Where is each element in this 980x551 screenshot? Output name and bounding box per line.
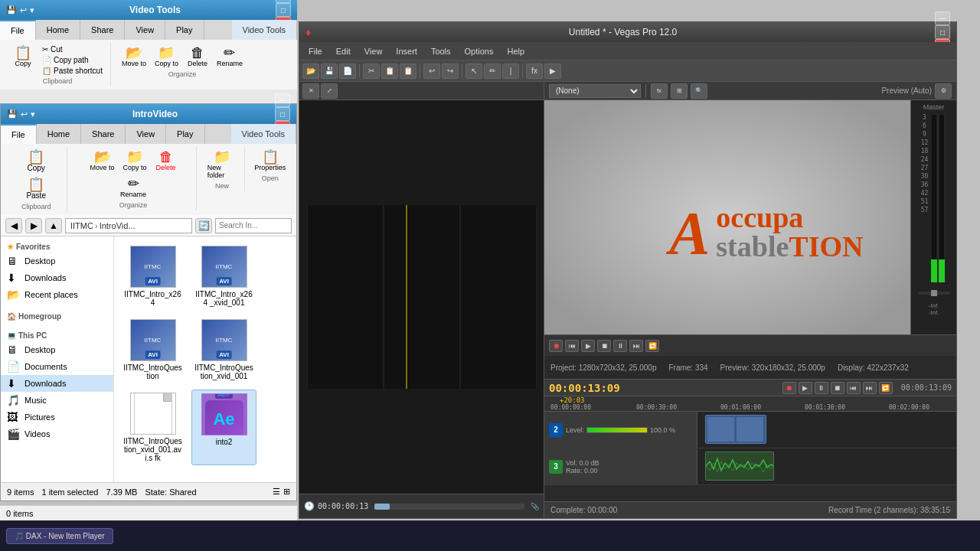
maximize-button-2[interactable]: □ — [275, 107, 290, 121]
tab-video-tools-2[interactable]: Video Tools — [231, 124, 296, 144]
menu-insert[interactable]: Insert — [390, 44, 423, 58]
tab-play-2[interactable]: Play — [166, 124, 204, 144]
sidebar-item-desktop-fav[interactable]: 🖥 Desktop — [1, 253, 113, 269]
vegas-minimize[interactable]: ─ — [935, 11, 950, 25]
move-to-btn-1[interactable]: 📂 Move to — [119, 44, 149, 69]
menu-file[interactable]: File — [302, 44, 328, 58]
tb-split[interactable]: | — [502, 64, 519, 79]
preview-settings-btn[interactable]: ⚙ — [935, 83, 952, 99]
expand-btn[interactable]: ⤢ — [321, 83, 338, 99]
sidebar-item-documents[interactable]: 📄 Documents — [1, 358, 113, 375]
address-path-2[interactable]: IITMC › IntroVid... — [65, 218, 192, 233]
tb-open[interactable]: 📂 — [302, 64, 319, 79]
close-preview-btn[interactable]: ✕ — [302, 83, 319, 99]
tab-home-2[interactable]: Home — [37, 124, 81, 144]
vegas-maximize[interactable]: □ — [935, 25, 950, 39]
tab-play-1[interactable]: Play — [165, 20, 204, 40]
search-input-2[interactable] — [215, 218, 292, 233]
paste-shortcut-btn-1[interactable]: 📋Paste shortcut — [39, 66, 106, 76]
tl-prev-btn[interactable]: ⏮ — [847, 382, 861, 394]
tl-next-btn[interactable]: ⏭ — [863, 382, 877, 394]
tb-redo[interactable]: ↪ — [442, 64, 459, 79]
file-item-1[interactable]: IITMC AVI IITMC_Intro_x264 — [120, 243, 185, 310]
properties-btn[interactable]: 📋 Properties — [251, 148, 289, 173]
tb-select[interactable]: ↖ — [466, 64, 482, 79]
copy-to-btn-1[interactable]: 📁 Copy to — [152, 44, 181, 69]
rename-btn-1[interactable]: ✏ Rename — [214, 44, 246, 69]
tab-file-2[interactable]: File — [1, 124, 37, 144]
preview-fx-btn[interactable]: fx — [651, 83, 668, 99]
menu-view[interactable]: View — [358, 44, 389, 58]
file-item-5[interactable]: IITMC_IntroQues tion_xvid_001.avi.s fk — [120, 390, 185, 465]
tb-render[interactable]: ▶ — [544, 64, 561, 79]
minimize-button-2[interactable]: ─ — [275, 93, 290, 107]
tab-home-1[interactable]: Home — [36, 20, 80, 40]
tb-undo[interactable]: ↩ — [423, 64, 440, 79]
loop-btn[interactable]: 🔁 — [645, 340, 659, 352]
tb-paste[interactable]: 📋 — [400, 64, 416, 79]
copy-path-btn-1[interactable]: 📄Copy path — [39, 55, 106, 65]
maximize-button[interactable]: □ — [276, 3, 291, 17]
menu-tools[interactable]: Tools — [425, 44, 457, 58]
tab-video-tools-1[interactable]: Video Tools — [232, 20, 297, 40]
refresh-btn[interactable]: 🔄 — [195, 218, 212, 233]
menu-options[interactable]: Options — [459, 44, 500, 58]
copy-button-1[interactable]: 📋 Copy — [9, 44, 37, 76]
timeline-scrub[interactable] — [374, 504, 524, 510]
view-list-icon[interactable]: ☰ — [273, 487, 280, 497]
stop-btn[interactable]: ⏹ — [597, 340, 611, 352]
tb-edit[interactable]: ✏ — [484, 64, 501, 79]
preview-snap-btn[interactable]: ⊞ — [671, 83, 688, 99]
copy-to-btn-2[interactable]: 📁Copy to — [120, 148, 150, 173]
delete-btn-2[interactable]: 🗑Delete — [152, 148, 180, 173]
sidebar-item-pictures[interactable]: 🖼 Pictures — [1, 409, 113, 425]
cut-btn-1[interactable]: ✂Cut — [39, 44, 106, 54]
prev-frame-btn[interactable]: ⏮ — [565, 340, 579, 352]
main-preview-canvas[interactable]: A occupa stable TION — [544, 100, 910, 334]
rename-btn-2[interactable]: ✏Rename — [117, 175, 149, 200]
sidebar-item-videos[interactable]: 🎬 Videos — [1, 425, 113, 442]
next-frame-btn[interactable]: ⏭ — [629, 340, 643, 352]
forward-btn-2[interactable]: ▶ — [25, 218, 42, 233]
video-clip-1[interactable] — [705, 415, 766, 444]
tl-play-btn[interactable]: ▶ — [799, 382, 812, 394]
file-item-2[interactable]: IITMC AVI IITMC_Intro_x264 _xvid_001 — [191, 243, 256, 310]
paste-button-2[interactable]: 📋 Paste — [22, 176, 50, 201]
file-item-6[interactable]: AEP Ae into2 — [191, 390, 256, 465]
file-item-3[interactable]: IITMC AVI IITMC_IntroQues tion — [120, 316, 185, 383]
pause-btn[interactable]: ⏸ — [613, 340, 627, 352]
tb-copy[interactable]: 📋 — [381, 64, 398, 79]
level-bar[interactable] — [586, 427, 648, 433]
audio-clip-1[interactable] — [705, 452, 774, 481]
tab-view-1[interactable]: View — [125, 20, 165, 40]
tl-stop-btn[interactable]: ⏹ — [831, 382, 844, 394]
view-grid-icon[interactable]: ⊞ — [283, 487, 290, 497]
tab-view-2[interactable]: View — [126, 124, 166, 144]
tab-share-2[interactable]: Share — [81, 124, 126, 144]
tl-record-btn[interactable]: ⏺ — [782, 382, 796, 394]
sidebar-item-downloads-fav[interactable]: ⬇ Downloads — [1, 269, 113, 286]
preview-select[interactable]: (None) — [549, 84, 641, 98]
taskbar-item-player[interactable]: 🎵 DAX - New Item Player — [6, 528, 113, 544]
tb-new[interactable]: 📄 — [339, 64, 356, 79]
move-btn-2[interactable]: 📂Move to — [87, 148, 118, 173]
file-item-4[interactable]: IITMC AVI IITMC_IntroQues tion_xvid_001 — [191, 316, 256, 383]
delete-btn-1[interactable]: 🗑 Delete — [184, 44, 211, 69]
tab-share-1[interactable]: Share — [80, 20, 125, 40]
tl-pause-btn[interactable]: ⏸ — [815, 382, 828, 394]
tb-cut[interactable]: ✂ — [363, 64, 380, 79]
tl-loop-btn[interactable]: 🔁 — [879, 382, 893, 394]
tb-fx[interactable]: fx — [526, 64, 543, 79]
tab-file-1[interactable]: File — [0, 20, 36, 40]
menu-help[interactable]: Help — [501, 44, 531, 58]
record-btn[interactable]: ⏺ — [549, 340, 563, 352]
sidebar-item-recent[interactable]: 📂 Recent places — [1, 286, 113, 303]
menu-edit[interactable]: Edit — [330, 44, 357, 58]
tb-save[interactable]: 💾 — [321, 64, 338, 79]
copy-button-2[interactable]: 📋 Copy — [22, 148, 50, 174]
up-btn-2[interactable]: ▲ — [45, 218, 62, 233]
sidebar-item-music[interactable]: 🎵 Music — [1, 392, 113, 409]
sidebar-item-desktop-pc[interactable]: 🖥 Desktop — [1, 341, 113, 358]
new-folder-btn[interactable]: 📁 New folder — [204, 148, 240, 181]
back-btn-2[interactable]: ◀ — [5, 218, 22, 233]
